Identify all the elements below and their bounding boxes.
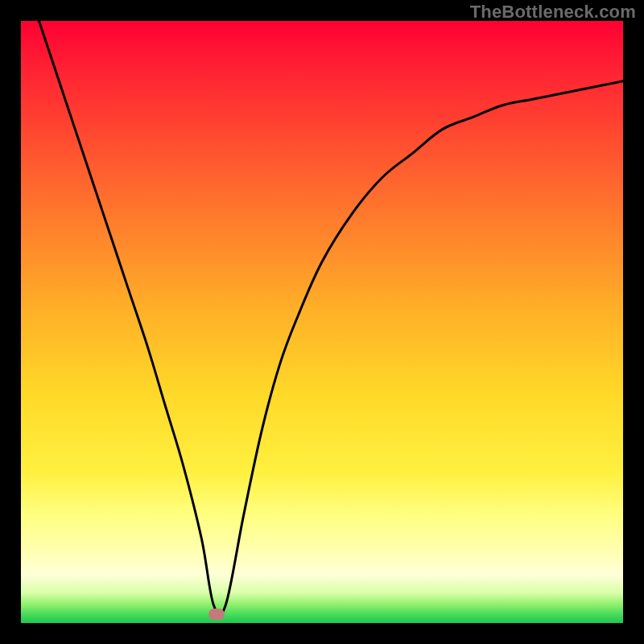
minimum-marker — [208, 609, 225, 620]
curve-layer — [21, 21, 623, 623]
bottleneck-curve — [39, 21, 623, 616]
watermark-label: TheBottleneck.com — [470, 2, 636, 23]
chart-frame: TheBottleneck.com — [0, 0, 644, 644]
plot-area — [21, 21, 623, 623]
